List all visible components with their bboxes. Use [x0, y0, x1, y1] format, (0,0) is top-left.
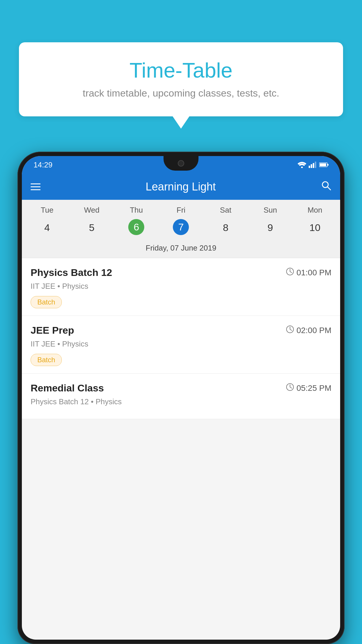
status-time: 14:29: [34, 160, 52, 169]
schedule-item-2-tag: Batch: [31, 354, 62, 366]
svg-rect-4: [315, 162, 316, 168]
hamburger-line-2: [31, 186, 41, 187]
day-header-sat: Sat: [203, 206, 248, 215]
schedule-item-2-header: JEE Prep 02:00 PM: [31, 325, 331, 336]
wifi-icon: [298, 162, 306, 168]
speech-bubble-container: Time-Table track timetable, upcoming cla…: [19, 42, 343, 116]
svg-rect-2: [311, 164, 312, 168]
phone-mockup: 14:29: [17, 152, 345, 644]
status-bar: 14:29: [22, 156, 340, 174]
svg-rect-3: [313, 163, 314, 168]
app-bar: Learning Light: [22, 174, 340, 200]
day-header-wed: Wed: [69, 206, 114, 215]
search-button[interactable]: [321, 180, 331, 193]
day-header-tue: Tue: [25, 206, 69, 215]
day-7-selected[interactable]: 7: [173, 219, 189, 235]
status-icons: [298, 162, 328, 168]
hamburger-line-3: [31, 189, 41, 190]
schedule-item-3-subtitle: Physics Batch 12 • Physics: [31, 397, 331, 406]
signal-icon: [309, 162, 317, 168]
day-10[interactable]: 10: [293, 219, 337, 236]
day-9[interactable]: 9: [248, 219, 293, 236]
notch: [164, 156, 198, 171]
svg-rect-7: [320, 163, 326, 166]
clock-icon-1: [286, 267, 294, 278]
day-header-mon: Mon: [293, 206, 337, 215]
schedule-item-1-title: Physics Batch 12: [31, 267, 112, 278]
schedule-item-2-subtitle: IIT JEE • Physics: [31, 340, 331, 349]
clock-icon-2: [286, 325, 294, 335]
schedule-item-2-time: 02:00 PM: [286, 325, 331, 335]
app-title: Learning Light: [49, 181, 312, 193]
schedule-item-2-title: JEE Prep: [31, 325, 74, 336]
svg-rect-1: [309, 166, 310, 168]
hamburger-line-1: [31, 183, 41, 184]
svg-line-12: [290, 272, 292, 273]
bubble-title: Time-Table: [36, 58, 326, 82]
schedule-item-1-subtitle: IIT JEE • Physics: [31, 282, 331, 291]
day-6-today[interactable]: 6: [128, 219, 144, 235]
day-header-fri: Fri: [159, 206, 203, 215]
schedule-item-3[interactable]: Remedial Class 05:25 PM: [22, 374, 340, 419]
schedule-item-1-tag: Batch: [31, 296, 62, 308]
day-header-sun: Sun: [248, 206, 293, 215]
day-numbers: 4 5 6 7 8 9 10: [22, 218, 340, 241]
calendar-section: Tue Wed Thu Fri Sat Sun Mon 4 5 6 7 8 9 …: [22, 200, 340, 258]
svg-line-15: [290, 329, 292, 330]
day-5[interactable]: 5: [69, 219, 114, 236]
schedule-item-2[interactable]: JEE Prep 02:00 PM: [22, 316, 340, 374]
svg-line-9: [328, 187, 331, 190]
clock-icon-3: [286, 383, 294, 393]
schedule-list: Physics Batch 12 01:00 PM: [22, 258, 340, 419]
schedule-item-3-header: Remedial Class 05:25 PM: [31, 382, 331, 394]
phone-screen: 14:29: [22, 156, 340, 640]
schedule-item-3-title: Remedial Class: [31, 382, 104, 394]
speech-bubble: Time-Table track timetable, upcoming cla…: [19, 42, 343, 116]
battery-icon: [319, 162, 328, 167]
phone-frame: 14:29: [17, 152, 345, 644]
svg-point-0: [301, 167, 303, 168]
camera-dot: [178, 160, 184, 167]
day-header-thu: Thu: [114, 206, 159, 215]
schedule-item-1[interactable]: Physics Batch 12 01:00 PM: [22, 258, 340, 316]
day-8[interactable]: 8: [203, 219, 248, 236]
schedule-item-3-time: 05:25 PM: [286, 383, 331, 393]
svg-rect-6: [327, 164, 328, 166]
hamburger-menu-button[interactable]: [31, 183, 41, 190]
bubble-subtitle: track timetable, upcoming classes, tests…: [36, 88, 326, 99]
day-headers: Tue Wed Thu Fri Sat Sun Mon: [22, 200, 340, 218]
day-4[interactable]: 4: [25, 219, 69, 236]
schedule-item-1-header: Physics Batch 12 01:00 PM: [31, 267, 331, 278]
svg-line-18: [290, 387, 292, 388]
selected-date-label: Friday, 07 June 2019: [22, 241, 340, 258]
schedule-item-1-time: 01:00 PM: [286, 267, 331, 278]
